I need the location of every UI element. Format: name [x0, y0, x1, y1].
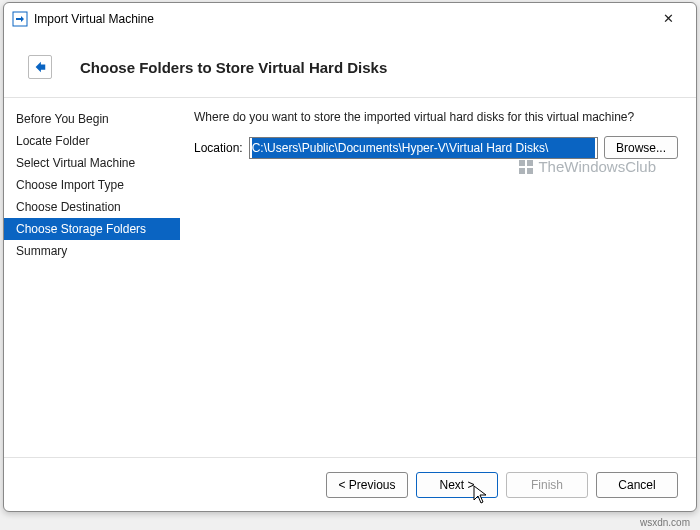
- step-before-you-begin[interactable]: Before You Begin: [4, 108, 180, 130]
- next-button[interactable]: Next >: [416, 472, 498, 498]
- windows-icon: [518, 159, 534, 175]
- svg-rect-2: [527, 160, 533, 166]
- watermark-text: TheWindowsClub: [538, 158, 656, 175]
- page-icon: [28, 55, 52, 79]
- page-title: Choose Folders to Store Virtual Hard Dis…: [80, 59, 387, 76]
- wizard-window: Import Virtual Machine ✕ Choose Folders …: [3, 2, 697, 512]
- wizard-content: Where do you want to store the imported …: [180, 98, 696, 457]
- location-label: Location:: [194, 141, 243, 155]
- wizard-body: Before You Begin Locate Folder Select Vi…: [4, 98, 696, 457]
- titlebar: Import Virtual Machine ✕: [4, 3, 696, 35]
- cursor-icon: [473, 485, 489, 505]
- svg-rect-3: [519, 168, 525, 174]
- step-locate-folder[interactable]: Locate Folder: [4, 130, 180, 152]
- wizard-steps: Before You Begin Locate Folder Select Vi…: [4, 98, 180, 457]
- wizard-header: Choose Folders to Store Virtual Hard Dis…: [4, 35, 696, 97]
- close-button[interactable]: ✕: [648, 3, 688, 35]
- svg-rect-4: [527, 168, 533, 174]
- svg-rect-1: [519, 160, 525, 166]
- attribution-text: wsxdn.com: [640, 517, 690, 528]
- finish-button: Finish: [506, 472, 588, 498]
- step-choose-destination[interactable]: Choose Destination: [4, 196, 180, 218]
- prompt-text: Where do you want to store the imported …: [194, 110, 678, 124]
- step-choose-import-type[interactable]: Choose Import Type: [4, 174, 180, 196]
- app-icon: [12, 11, 28, 27]
- location-row: Location: C:\Users\Public\Documents\Hype…: [194, 136, 678, 159]
- wizard-footer: < Previous Next > Finish Cancel: [4, 457, 696, 511]
- previous-button[interactable]: < Previous: [326, 472, 408, 498]
- watermark: TheWindowsClub: [518, 158, 656, 175]
- step-summary[interactable]: Summary: [4, 240, 180, 262]
- window-title: Import Virtual Machine: [34, 12, 648, 26]
- cancel-button[interactable]: Cancel: [596, 472, 678, 498]
- step-choose-storage-folders[interactable]: Choose Storage Folders: [4, 218, 180, 240]
- location-value: C:\Users\Public\Documents\Hyper-V\Virtua…: [252, 138, 595, 158]
- step-select-virtual-machine[interactable]: Select Virtual Machine: [4, 152, 180, 174]
- location-input[interactable]: C:\Users\Public\Documents\Hyper-V\Virtua…: [249, 137, 598, 159]
- browse-button[interactable]: Browse...: [604, 136, 678, 159]
